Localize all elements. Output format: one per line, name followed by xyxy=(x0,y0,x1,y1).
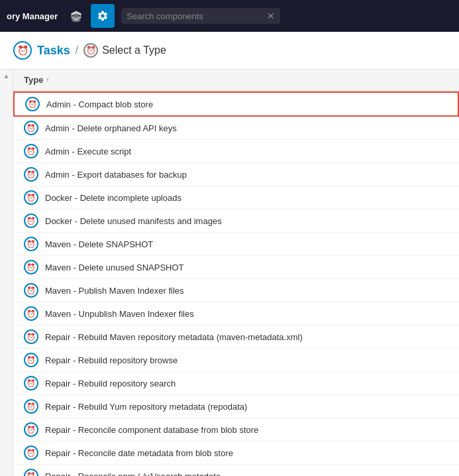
table-row[interactable]: ⏰Admin - Delete orphaned API keys xyxy=(13,117,459,140)
row-label: Maven - Publish Maven Indexer files xyxy=(45,286,184,296)
table-row[interactable]: ⏰Repair - Reconcile date metadata from b… xyxy=(13,442,459,465)
table-row[interactable]: ⏰Repair - Reconcile component database f… xyxy=(13,418,459,442)
table-row[interactable]: ⏰Admin - Export databases for backup xyxy=(13,163,459,186)
row-task-icon: ⏰ xyxy=(24,306,38,321)
row-task-icon: ⏰ xyxy=(24,167,38,182)
row-task-icon: ⏰ xyxy=(24,376,38,390)
sort-icon[interactable]: ↑ xyxy=(46,76,49,84)
row-label: Admin - Execute script xyxy=(45,147,131,156)
settings-icon-button[interactable] xyxy=(91,4,115,28)
search-clear-icon[interactable]: ✕ xyxy=(267,11,275,21)
row-label: Docker - Delete unused manifests and ima… xyxy=(45,216,222,226)
row-task-icon: ⏰ xyxy=(25,97,40,111)
search-bar[interactable]: ✕ xyxy=(121,8,280,24)
gear-icon xyxy=(97,10,109,22)
scroll-up-arrow[interactable]: ▲ xyxy=(3,72,10,80)
row-label: Repair - Rebuild Maven repository metada… xyxy=(45,332,303,342)
table-row[interactable]: ⏰Docker - Delete incomplete uploads xyxy=(13,186,459,209)
breadcrumb-sub: ⏰ Select a Type xyxy=(83,43,166,58)
table-row[interactable]: ⏰Repair - Rebuild repository search xyxy=(13,372,459,395)
cube-icon xyxy=(70,10,82,22)
row-label: Repair - Rebuild Yum repository metadata… xyxy=(45,402,247,412)
breadcrumb: ⏰ Tasks / ⏰ Select a Type xyxy=(0,32,459,70)
row-label: Repair - Reconcile date metadata from bl… xyxy=(45,448,233,458)
main-content: ▲ Type ↑ ⏰Admin - Compact blob store⏰Adm… xyxy=(0,70,459,476)
row-task-icon: ⏰ xyxy=(24,446,38,460)
row-task-icon: ⏰ xyxy=(24,399,38,414)
row-label: Maven - Delete unused SNAPSHOT xyxy=(45,263,184,272)
table-row[interactable]: ⏰Repair - Rebuild Yum repository metadat… xyxy=(13,395,459,418)
breadcrumb-sub-label: Select a Type xyxy=(102,44,166,56)
app-title: ory Manager xyxy=(7,11,58,21)
breadcrumb-sub-icon: ⏰ xyxy=(83,43,98,58)
table-row[interactable]: ⏰Maven - Unpublish Maven Indexer files xyxy=(13,302,459,326)
table-row[interactable]: ⏰Docker - Delete unused manifests and im… xyxy=(13,209,459,233)
cube-icon-button[interactable] xyxy=(64,4,88,28)
breadcrumb-title: Tasks xyxy=(37,44,70,58)
table-row[interactable]: ⏰Maven - Delete unused SNAPSHOT xyxy=(13,256,459,279)
row-label: Admin - Delete orphaned API keys xyxy=(45,123,177,133)
row-label: Repair - Reconcile npm /-/v1/search meta… xyxy=(45,471,221,477)
tasks-breadcrumb-icon: ⏰ xyxy=(13,41,32,60)
row-task-icon: ⏰ xyxy=(24,237,38,251)
row-task-icon: ⏰ xyxy=(24,144,38,158)
table-container[interactable]: Type ↑ ⏰Admin - Compact blob store⏰Admin… xyxy=(13,70,459,476)
row-task-icon: ⏰ xyxy=(24,469,38,476)
left-scroll-bar: ▲ xyxy=(0,70,13,476)
top-nav: ory Manager ✕ xyxy=(0,0,459,32)
table-row[interactable]: ⏰Maven - Publish Maven Indexer files xyxy=(13,279,459,302)
breadcrumb-separator: / xyxy=(76,44,78,56)
row-task-icon: ⏰ xyxy=(24,260,38,274)
row-label: Docker - Delete incomplete uploads xyxy=(45,193,181,203)
table-row[interactable]: ⏰Repair - Reconcile npm /-/v1/search met… xyxy=(13,465,459,476)
row-label: Repair - Rebuild repository search xyxy=(45,379,176,388)
table-row[interactable]: ⏰Admin - Compact blob store xyxy=(13,91,459,117)
column-type-label: Type xyxy=(24,75,43,85)
table-header: Type ↑ xyxy=(13,70,459,91)
row-label: Repair - Reconcile component database fr… xyxy=(45,425,258,435)
search-input[interactable] xyxy=(127,11,267,21)
table-row[interactable]: ⏰Maven - Delete SNAPSHOT xyxy=(13,233,459,256)
table-row[interactable]: ⏰Admin - Execute script xyxy=(13,140,459,163)
row-task-icon: ⏰ xyxy=(24,422,38,437)
row-label: Admin - Compact blob store xyxy=(46,99,153,109)
table-row[interactable]: ⏰Repair - Rebuild repository browse xyxy=(13,349,459,372)
row-task-icon: ⏰ xyxy=(24,283,38,298)
row-label: Repair - Rebuild repository browse xyxy=(45,355,178,365)
row-task-icon: ⏰ xyxy=(24,190,38,205)
table-row[interactable]: ⏰Repair - Rebuild Maven repository metad… xyxy=(13,326,459,349)
row-label: Admin - Export databases for backup xyxy=(45,170,187,180)
row-task-icon: ⏰ xyxy=(24,213,38,228)
row-task-icon: ⏰ xyxy=(24,329,38,344)
row-label: Maven - Unpublish Maven Indexer files xyxy=(45,309,194,319)
table-body: ⏰Admin - Compact blob store⏰Admin - Dele… xyxy=(13,91,459,476)
row-task-icon: ⏰ xyxy=(24,121,38,135)
row-label: Maven - Delete SNAPSHOT xyxy=(45,239,153,249)
row-task-icon: ⏰ xyxy=(24,353,38,367)
